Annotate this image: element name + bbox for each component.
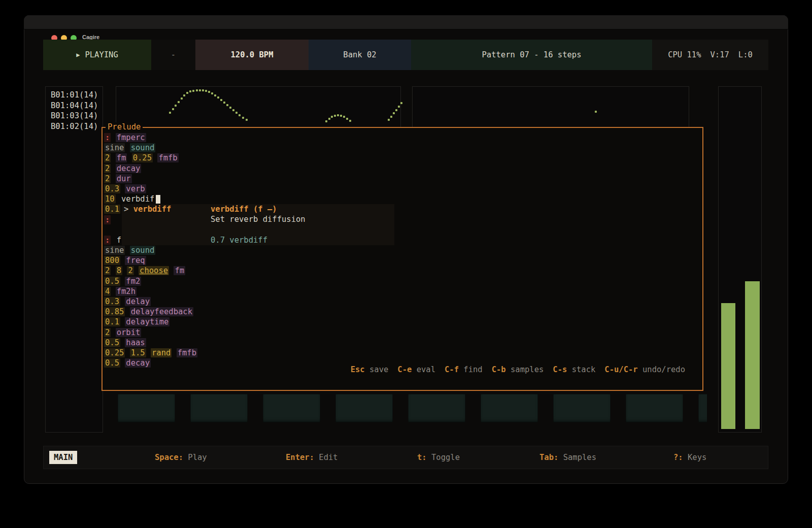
- sample-pad[interactable]: [698, 394, 707, 422]
- sample-pad[interactable]: [335, 394, 393, 422]
- code-line[interactable]: 2 decay: [104, 163, 197, 174]
- pattern-dot: [340, 115, 342, 117]
- pattern-list-item[interactable]: B01:01(14): [51, 90, 103, 101]
- pattern-dot: [186, 92, 188, 94]
- pattern-list-item[interactable]: B01:02(14): [51, 121, 103, 132]
- pattern-visualizer-left: [116, 86, 401, 129]
- pattern-dot: [393, 112, 395, 114]
- pattern-dot: [331, 116, 333, 118]
- code-token: 2: [127, 266, 133, 275]
- pattern-dot: [226, 104, 228, 106]
- stats-display: CPU 11% V:17 L:0: [652, 40, 768, 70]
- pattern-dot: [217, 96, 219, 98]
- keybinding-hint: Space: Play: [155, 446, 207, 469]
- code-line[interactable]: 2 dur: [104, 174, 197, 184]
- code-line[interactable]: : fmperc: [104, 133, 197, 143]
- transport-playing-indicator[interactable]: ▶ PLAYING: [43, 40, 151, 70]
- code-token: 0.5: [104, 277, 120, 286]
- pattern-dot: [346, 118, 348, 120]
- pattern-dot: [390, 116, 392, 118]
- code-token: rand: [151, 348, 172, 357]
- code-token: 2: [104, 328, 111, 337]
- code-token: delayfeedback: [130, 307, 193, 316]
- level-meter-bar: [745, 281, 760, 429]
- code-token: decay: [125, 358, 151, 368]
- pattern-dot: [400, 102, 402, 104]
- code-line[interactable]: 0.5 decay: [104, 358, 197, 368]
- pattern-list-item[interactable]: B01:04(14): [51, 101, 103, 111]
- code-line[interactable]: 0.3 delay: [104, 296, 197, 307]
- sample-pad[interactable]: [263, 394, 320, 422]
- pattern-dot: [229, 107, 231, 109]
- code-line[interactable]: sine sound: [104, 245, 197, 255]
- pattern-dot: [595, 111, 597, 113]
- code-token: 1.5: [130, 348, 146, 357]
- sample-pad[interactable]: [626, 394, 683, 422]
- code-token: fmfb: [157, 153, 178, 162]
- code-line[interactable]: sine sound: [104, 143, 197, 153]
- bottom-status-bar: [43, 446, 768, 469]
- pattern-dot: [178, 101, 180, 103]
- code-line[interactable]: 4 fm2h: [104, 286, 197, 296]
- code-line[interactable]: 2 fm 0.25 fmfb: [104, 153, 197, 163]
- keybinding-hint: Esc save: [351, 365, 389, 374]
- code-token: 2: [104, 174, 111, 183]
- code-token: sound: [130, 143, 156, 152]
- code-token: delay: [125, 297, 151, 306]
- keybinding-hint: t: Toggle: [417, 446, 460, 469]
- pattern-dot: [181, 97, 183, 100]
- sample-pad[interactable]: [408, 394, 465, 422]
- pattern-dot: [196, 89, 198, 91]
- code-area[interactable]: : fmpercsine sound2 fm 0.25 fmfb2 decay2…: [104, 133, 197, 368]
- autocomplete-selected-item[interactable]: > verbdiff: [124, 204, 171, 214]
- voices-stat: V:17: [710, 50, 729, 59]
- pattern-dot: [246, 119, 248, 121]
- sample-pad[interactable]: [481, 394, 538, 422]
- play-icon: ▶: [76, 51, 80, 58]
- bank-display[interactable]: Bank 02: [309, 40, 411, 70]
- titlebar[interactable]: Cagire: [24, 15, 788, 29]
- bpm-display[interactable]: 120.0 BPM: [195, 40, 309, 70]
- code-line[interactable]: 10 verbdif: [104, 194, 197, 204]
- pattern-dot: [235, 112, 238, 114]
- pattern-dot: [349, 120, 351, 122]
- code-line[interactable]: 0.85 delayfeedback: [104, 307, 197, 317]
- pattern-dot: [388, 119, 390, 121]
- sample-pad[interactable]: [118, 394, 175, 422]
- pattern-dot: [223, 102, 225, 104]
- code-token: dur: [116, 174, 132, 183]
- code-line[interactable]: 0.1 delaytime: [104, 317, 197, 327]
- pattern-dot: [214, 94, 216, 96]
- latency-stat: L:0: [738, 50, 753, 59]
- code-token: freq: [125, 256, 146, 265]
- code-token: 2: [104, 153, 111, 162]
- autocomplete-example: 0.7 verbdiff: [211, 235, 267, 245]
- code-line[interactable]: 0.25 1.5 rand fmfb: [104, 348, 197, 358]
- code-token: sine: [104, 246, 125, 255]
- sample-pad[interactable]: [553, 394, 611, 422]
- pattern-dot: [175, 105, 177, 107]
- pattern-dot: [325, 120, 327, 122]
- sample-pad[interactable]: [190, 394, 248, 422]
- code-line[interactable]: 800 freq: [104, 255, 197, 266]
- pattern-dot: [183, 94, 185, 96]
- code-line[interactable]: 2 orbit: [104, 327, 197, 338]
- code-token: choose: [139, 266, 169, 275]
- code-token: verbdif: [120, 194, 155, 204]
- pattern-dot: [189, 90, 191, 92]
- pattern-dot: [205, 90, 207, 92]
- keybinding-hint: C-e eval: [397, 365, 435, 374]
- pattern-list-item[interactable]: B01:03(14): [51, 111, 103, 121]
- level-meter-bar: [721, 303, 735, 429]
- code-line[interactable]: 0.5 fm2: [104, 276, 197, 286]
- autocomplete-signature: verbdiff (f —): [211, 204, 277, 214]
- dash-label: -: [171, 50, 176, 59]
- playing-label: PLAYING: [85, 50, 118, 59]
- code-line[interactable]: 0.3 verb: [104, 184, 197, 194]
- pattern-display[interactable]: Pattern 07 - 16 steps: [411, 40, 652, 70]
- pattern-dot: [169, 112, 171, 114]
- code-line[interactable]: 2 8 2 choose fm: [104, 266, 197, 276]
- keybinding-hint: C-s stack: [553, 365, 595, 374]
- code-token: 0.5: [104, 338, 120, 347]
- code-line[interactable]: 0.5 haas: [104, 338, 197, 348]
